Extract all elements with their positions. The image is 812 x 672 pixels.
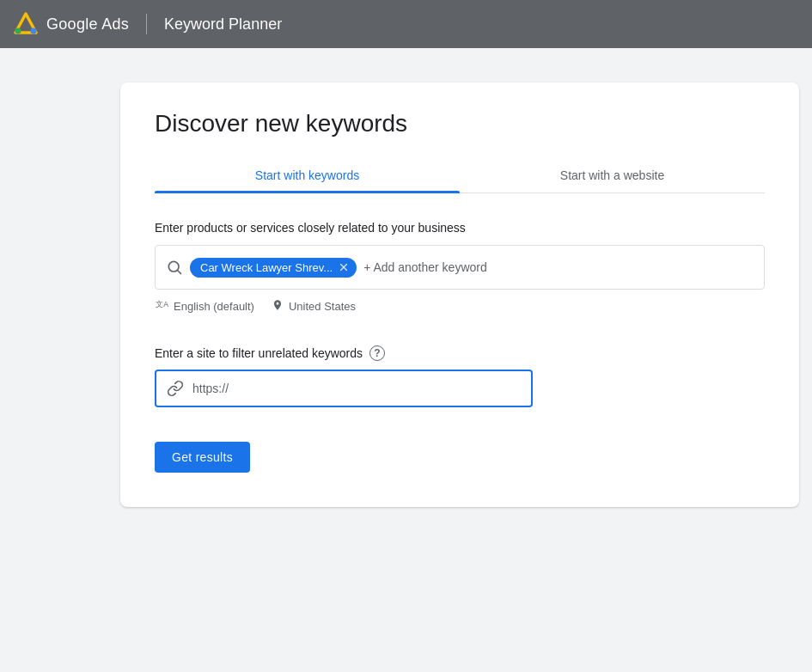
header-tool-name: Keyword Planner	[164, 15, 282, 34]
location-icon	[272, 298, 284, 315]
header: Google Ads Keyword Planner	[0, 0, 812, 48]
keyword-chip-text: Car Wreck Lawyer Shrev...	[200, 261, 333, 274]
tab-start-with-website[interactable]: Start with a website	[460, 158, 765, 192]
header-app-name: Google Ads	[46, 15, 129, 34]
google-ads-icon	[14, 12, 38, 36]
location-meta: United States	[272, 298, 356, 315]
main-content: Discover new keywords Start with keyword…	[0, 48, 812, 672]
site-url-input[interactable]	[192, 382, 521, 395]
tab-start-with-keywords[interactable]: Start with keywords	[155, 158, 460, 192]
keyword-chip-close[interactable]	[338, 261, 350, 273]
site-filter-label: Enter a site to filter unrelated keyword…	[155, 345, 765, 361]
keywords-section-label: Enter products or services closely relat…	[155, 221, 765, 235]
add-keyword-placeholder[interactable]: + Add another keyword	[363, 260, 487, 274]
get-results-button[interactable]: Get results	[155, 442, 250, 473]
keyword-chip: Car Wreck Lawyer Shrev...	[190, 258, 357, 278]
svg-point-2	[31, 28, 37, 34]
header-logo: Google Ads	[14, 12, 129, 36]
discover-keywords-card: Discover new keywords Start with keyword…	[120, 82, 799, 507]
keyword-input-box[interactable]: Car Wreck Lawyer Shrev... + Add another …	[155, 245, 765, 290]
svg-text:文A: 文A	[156, 300, 168, 309]
header-divider	[146, 14, 147, 34]
language-meta: 文A English (default)	[155, 298, 254, 315]
help-icon[interactable]: ?	[369, 345, 385, 361]
svg-line-4	[178, 271, 181, 274]
card-title: Discover new keywords	[155, 110, 765, 137]
svg-point-1	[15, 28, 21, 34]
search-icon	[166, 259, 183, 276]
tabs-container: Start with keywords Start with a website	[155, 158, 765, 193]
meta-row: 文A English (default) United States	[155, 298, 765, 315]
link-icon	[167, 380, 184, 397]
site-filter-section: Enter a site to filter unrelated keyword…	[155, 345, 765, 407]
site-input-box[interactable]	[155, 370, 533, 407]
language-label: English (default)	[174, 300, 254, 313]
location-label: United States	[289, 300, 356, 313]
translate-icon: 文A	[155, 298, 168, 315]
